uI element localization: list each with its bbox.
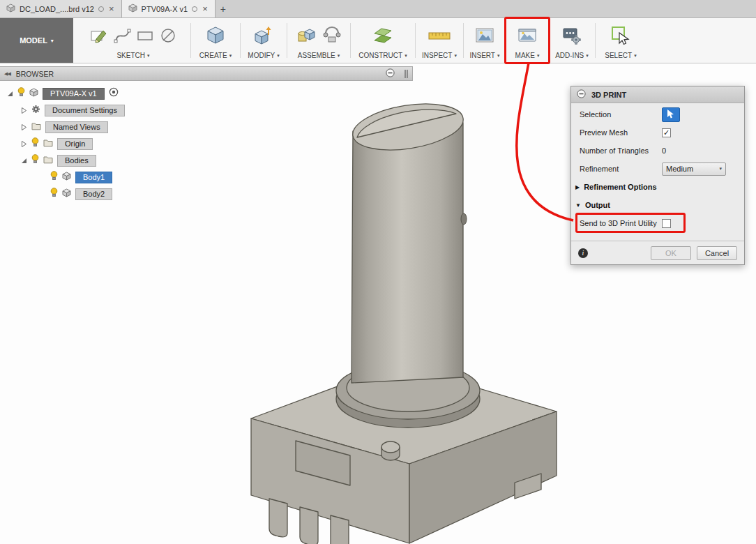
create-solid-icon[interactable] [205, 25, 226, 49]
tree-item-bodies[interactable]: Bodies [57, 155, 96, 167]
tree-row-origin: Origin [0, 135, 413, 152]
refinement-dropdown[interactable]: Medium ▾ [662, 163, 726, 176]
toolbar-group-sketch: SKETCH ▾ [77, 18, 189, 63]
tree-item-body1[interactable]: Body1 [75, 172, 112, 183]
create-sketch-icon[interactable] [90, 27, 108, 47]
tree-row-document-settings: Document Settings [0, 102, 413, 119]
output-section[interactable]: ▼ Output [571, 196, 744, 214]
chevron-down-icon: ▾ [229, 53, 232, 59]
document-tab-bar: DC_LOAD_....brd v12 × PTV09A-X v1 × + [0, 0, 756, 18]
collapsed-triangle-icon[interactable] [21, 137, 27, 150]
addins-menu[interactable]: ADD-INS ▾ [555, 52, 589, 59]
panel-minimize-icon[interactable] [386, 68, 395, 79]
toolbar-divider [595, 23, 596, 58]
selection-row: Selection [571, 105, 744, 123]
collapsed-arrow-icon: ▶ [575, 184, 580, 190]
cancel-button[interactable]: Cancel [697, 246, 737, 260]
selection-label: Selection [580, 110, 662, 119]
expanded-arrow-icon: ▼ [575, 202, 581, 209]
chevron-down-icon: ▾ [338, 53, 340, 59]
circle-tool-icon[interactable] [159, 27, 177, 47]
visibility-bulb-icon[interactable] [17, 87, 25, 100]
expanded-triangle-icon[interactable] [21, 154, 27, 167]
insert-menu[interactable]: INSERT ▾ [469, 52, 499, 59]
dialog-collapse-icon[interactable] [577, 89, 586, 100]
tree-item-root[interactable]: PTV09A-X v1 [43, 88, 105, 100]
refinement-value: Medium [666, 165, 693, 173]
rectangle-tool-icon[interactable] [136, 27, 154, 47]
toolbar-group-inspect: INSPECT ▾ [417, 18, 462, 63]
fusion360-window: DC_LOAD_....brd v12 × PTV09A-X v1 × + MO… [0, 0, 756, 544]
3d-print-dialog: 3D PRINT Selection Preview Mesh ✓ Number… [570, 86, 745, 265]
make-3d-print-icon[interactable] [517, 25, 538, 49]
create-menu[interactable]: CREATE ▾ [199, 52, 232, 59]
tab-dc-load-brd[interactable]: DC_LOAD_....brd v12 × [0, 0, 122, 17]
tree-row-body1: Body1 [0, 169, 413, 186]
construct-menu[interactable]: CONSTRUCT ▾ [358, 52, 407, 59]
output-label: Output [585, 201, 610, 209]
tab-close-icon[interactable]: × [202, 4, 209, 13]
tree-item-body2[interactable]: Body2 [75, 188, 112, 200]
component-cube-icon [29, 87, 38, 100]
tree-item-named-views[interactable]: Named Views [45, 121, 108, 133]
toolbar-group-insert: INSERT ▾ [465, 18, 504, 63]
toolbar-group-make: MAKE ▾ [508, 18, 547, 63]
folder-icon [31, 121, 41, 133]
tab-close-icon[interactable]: × [108, 4, 115, 13]
info-icon[interactable]: i [578, 248, 588, 258]
collapsed-triangle-icon[interactable] [21, 104, 27, 116]
visibility-bulb-icon[interactable] [50, 171, 58, 183]
make-menu[interactable]: MAKE ▾ [515, 52, 540, 59]
measure-ruler-icon[interactable] [428, 25, 451, 49]
browser-panel: ◀◀ BROWSER PTV09A-X v1 Document Settings [0, 66, 413, 202]
chevron-down-icon: ▾ [147, 53, 150, 59]
toolbar-group-addins: ADD-INS ▾ [550, 18, 594, 63]
preview-mesh-row: Preview Mesh ✓ [571, 123, 744, 142]
insert-canvas-icon[interactable] [474, 25, 495, 49]
dialog-title-bar[interactable]: 3D PRINT [571, 86, 744, 103]
spline-tool-icon[interactable] [113, 27, 131, 47]
new-component-icon[interactable] [296, 25, 317, 49]
send-to-3d-print-checkbox[interactable] [662, 219, 671, 228]
assemble-menu[interactable]: ASSEMBLE ▾ [298, 52, 340, 59]
select-cursor-icon[interactable] [610, 25, 631, 49]
visibility-bulb-icon[interactable] [50, 188, 58, 200]
select-menu[interactable]: SELECT ▾ [605, 52, 636, 59]
tab-ptv09a[interactable]: PTV09A-X v1 × [122, 0, 216, 17]
toolbar-divider [240, 23, 241, 58]
expanded-triangle-icon[interactable] [7, 87, 13, 100]
dialog-body: Selection Preview Mesh ✓ Number of Trian… [571, 103, 744, 264]
chevron-down-icon: ▾ [497, 53, 500, 59]
panel-collapse-icon[interactable]: ◀◀ [4, 71, 10, 77]
press-pull-icon[interactable] [253, 25, 274, 49]
ok-button[interactable]: OK [651, 246, 691, 260]
selection-tool-button[interactable] [662, 107, 680, 122]
toolbar-divider [463, 23, 464, 58]
visibility-bulb-icon[interactable] [31, 154, 39, 167]
sketch-menu[interactable]: SKETCH ▾ [116, 52, 149, 59]
chevron-down-icon: ▾ [537, 53, 540, 59]
refinement-options-section[interactable]: ▶ Refinement Options [571, 178, 744, 196]
dialog-title: 3D PRINT [591, 91, 626, 99]
gear-icon [31, 104, 40, 116]
preview-mesh-checkbox[interactable]: ✓ [662, 128, 671, 137]
toolbar-divider [190, 23, 191, 58]
panel-resize-grip[interactable] [405, 70, 408, 78]
collapsed-triangle-icon[interactable] [21, 121, 27, 133]
chevron-down-icon: ▾ [454, 53, 457, 59]
tree-row-body2: Body2 [0, 186, 413, 202]
visibility-bulb-icon[interactable] [31, 137, 39, 150]
workspace-selector[interactable]: MODEL ▾ [0, 18, 73, 63]
modify-menu[interactable]: MODIFY ▾ [248, 52, 279, 59]
toolbar-group-create: CREATE ▾ [192, 18, 239, 63]
refinement-options-label: Refinement Options [584, 183, 657, 191]
scripts-addins-icon[interactable] [561, 25, 582, 49]
activate-component-radio-icon[interactable] [109, 87, 119, 100]
tree-item-origin[interactable]: Origin [57, 138, 93, 150]
construct-plane-icon[interactable] [372, 25, 393, 49]
tree-item-document-settings[interactable]: Document Settings [45, 105, 125, 116]
new-tab-button[interactable]: + [216, 0, 231, 17]
joint-icon[interactable] [322, 25, 342, 49]
dialog-footer: i OK Cancel [571, 241, 744, 264]
inspect-menu[interactable]: INSPECT ▾ [422, 52, 457, 59]
